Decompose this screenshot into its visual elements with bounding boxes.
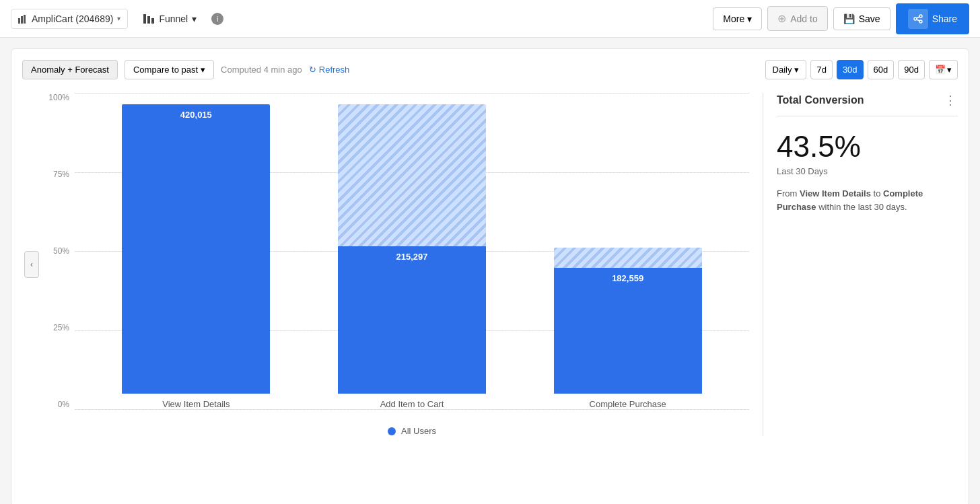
share-button[interactable]: Share (896, 3, 969, 34)
compare-to-past-button[interactable]: Compare to past ▾ (125, 60, 214, 79)
save-icon: 💾 (843, 13, 855, 24)
legend-dot (388, 427, 396, 435)
period-chevron: ▾ (794, 65, 799, 75)
chart-type-chevron: ▾ (192, 13, 197, 24)
compare-chevron: ▾ (201, 65, 205, 75)
30d-button[interactable]: 30d (837, 60, 864, 79)
calendar-icon: 📅 (935, 65, 946, 75)
refresh-button[interactable]: ↻ Refresh (309, 65, 350, 75)
bar-add-to-cart: 215,297 Add Item to Cart (338, 104, 486, 409)
chart-main: 100% 75% 50% 25% 0% (41, 93, 749, 436)
90d-button[interactable]: 90d (898, 60, 925, 79)
total-conversion-title: Total Conversion (777, 94, 864, 106)
legend-label: All Users (401, 426, 436, 436)
plus-icon: ⊕ (777, 12, 786, 25)
bar-complete-purchase: 182,559 Complete Purchase (554, 104, 702, 409)
chart-and-panel: ‹ 100% 75% 50% 25% 0% (22, 93, 958, 436)
svg-rect-3 (143, 14, 146, 24)
right-panel: Total Conversion ⋮ 43.5% Last 30 Days Fr… (763, 93, 958, 436)
refresh-icon: ↻ (309, 65, 316, 75)
svg-rect-1 (21, 16, 23, 24)
bar-solid-1: 420,015 (122, 104, 270, 394)
bar-solid-3: 182,559 (554, 268, 702, 394)
funnel-chart-icon (143, 13, 155, 25)
bar-x-label-1: View Item Details (162, 399, 230, 409)
bar-view-item-details: 420,015 View Item Details (122, 104, 270, 409)
info-icon[interactable]: i (211, 13, 223, 25)
bar-x-label-2: Add Item to Cart (380, 399, 444, 409)
svg-point-6 (919, 15, 922, 17)
conv-from: View Item Details (800, 188, 871, 199)
conversion-desc: From View Item Details to Complete Purch… (777, 187, 958, 213)
svg-rect-4 (147, 16, 150, 24)
bar-wrapper-2: 215,297 (338, 104, 486, 394)
y-axis: 100% 75% 50% 25% 0% (41, 93, 75, 409)
chart-toolbar: Anomaly + Forecast Compare to past ▾ Com… (22, 60, 958, 79)
save-button[interactable]: 💾 Save (833, 7, 890, 30)
svg-rect-5 (151, 18, 154, 24)
total-conv-header: Total Conversion ⋮ (777, 93, 958, 116)
bar-hatched-2 (338, 104, 486, 246)
computed-time: Computed 4 min ago (221, 65, 302, 75)
conversion-pct: 43.5% (777, 130, 958, 164)
svg-rect-0 (18, 18, 20, 24)
main-content: Anomaly + Forecast Compare to past ▾ Com… (0, 38, 980, 504)
chart-card: Anomaly + Forecast Compare to past ▾ Com… (11, 48, 969, 504)
side-toggle: ‹ (22, 93, 41, 436)
svg-rect-2 (24, 15, 26, 24)
more-button[interactable]: More ▾ (713, 7, 762, 30)
7d-button[interactable]: 7d (810, 60, 832, 79)
chart-type-selector[interactable]: Funnel ▾ (136, 9, 203, 29)
y-label-75: 75% (53, 170, 69, 179)
top-bar-right: More ▾ ⊕ Add to 💾 Save Share (713, 3, 969, 34)
top-bar: AmpliCart (204689) ▾ Funnel ▾ i More ▾ ⊕… (0, 0, 980, 38)
top-bar-left: AmpliCart (204689) ▾ Funnel ▾ i (11, 9, 223, 29)
bar-value-2: 215,297 (396, 252, 427, 262)
add-to-button[interactable]: ⊕ Add to (767, 6, 827, 31)
app-chevron: ▾ (117, 15, 120, 22)
svg-line-10 (917, 20, 919, 21)
calendar-button[interactable]: 📅 ▾ (929, 60, 958, 79)
collapse-button[interactable]: ‹ (24, 251, 39, 278)
bar-value-3: 182,559 (612, 273, 643, 283)
more-options-button[interactable]: ⋮ (944, 93, 958, 108)
y-label-100: 100% (48, 93, 69, 102)
share-icon (908, 9, 928, 29)
conversion-period: Last 30 Days (777, 166, 958, 176)
bars-container: 420,015 View Item Details (75, 93, 749, 409)
svg-point-8 (919, 20, 922, 23)
grid-0 (75, 409, 749, 410)
app-selector[interactable]: AmpliCart (204689) ▾ (11, 9, 128, 29)
conv-suffix: within the last 30 days. (818, 202, 907, 212)
chart-type-label: Funnel (159, 13, 188, 24)
y-label-50: 50% (53, 246, 69, 256)
bar-solid-2: 215,297 (338, 246, 486, 394)
bar-wrapper-3: 182,559 (554, 104, 702, 394)
app-icon (18, 14, 28, 24)
bar-wrapper-1: 420,015 (122, 104, 270, 394)
anomaly-forecast-button[interactable]: Anomaly + Forecast (22, 60, 118, 79)
y-label-25: 25% (53, 323, 69, 332)
app-name: AmpliCart (204689) (32, 13, 113, 24)
bar-x-label-3: Complete Purchase (590, 399, 666, 409)
bar-hatched-3 (554, 248, 702, 268)
bar-value-1: 420,015 (180, 110, 212, 120)
toolbar-right: Daily ▾ 7d 30d 60d 90d 📅 ▾ (765, 60, 958, 79)
chart-legend: All Users (75, 426, 749, 436)
period-selector[interactable]: Daily ▾ (765, 60, 807, 79)
60d-button[interactable]: 60d (868, 60, 895, 79)
y-label-0: 0% (58, 400, 69, 409)
svg-line-9 (917, 17, 919, 18)
toolbar-left: Anomaly + Forecast Compare to past ▾ Com… (22, 60, 349, 79)
svg-point-7 (914, 17, 917, 20)
bars-group: 420,015 View Item Details (75, 93, 749, 409)
